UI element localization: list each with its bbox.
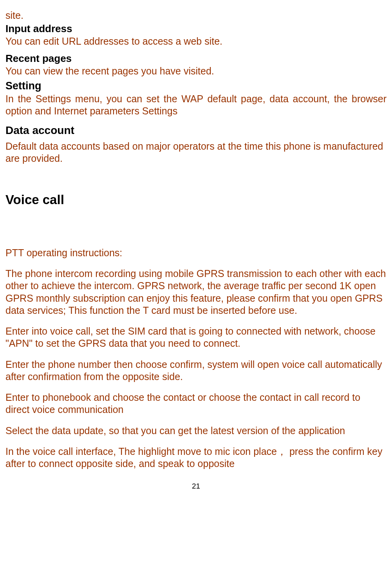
text-setting: In the Settings menu, you can set the WA… [5,93,387,118]
text-recent-pages: You can view the recent pages you have v… [5,65,387,77]
heading-recent-pages: Recent pages [5,52,387,65]
fragment-top: site. [5,9,387,22]
voice-call-p6: Select the data update, so that you can … [5,425,387,437]
voice-call-p1: PTT operating instructions: [5,247,387,259]
text-input-address: You can edit URL addresses to access a w… [5,35,387,47]
page-number: 21 [5,482,387,491]
heading-setting: Setting [5,80,387,93]
voice-call-p5: Enter to phonebook and choose the contac… [5,391,387,416]
heading-data-account: Data account [5,123,387,137]
heading-input-address: Input address [5,22,387,35]
voice-call-p3: Enter into voice call, set the SIM card … [5,325,387,350]
voice-call-p4: Enter the phone number then choose confi… [5,358,387,383]
heading-voice-call: Voice call [5,192,387,208]
voice-call-p2: The phone intercom recording using mobil… [5,268,387,317]
voice-call-p7: In the voice call interface, The highlig… [5,445,387,470]
text-data-account: Default data accounts based on major ope… [5,140,387,165]
